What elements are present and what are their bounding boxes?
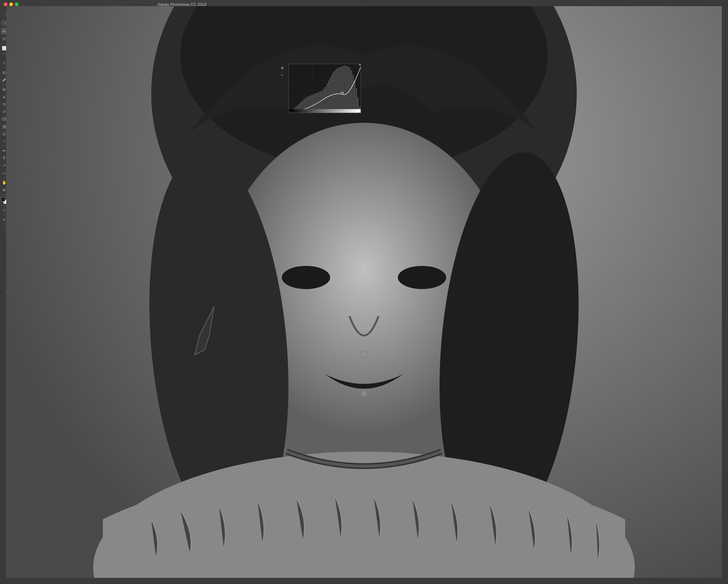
- traffic-lights: [4, 2, 19, 6]
- close-button[interactable]: [4, 2, 7, 6]
- curves-svg: [289, 64, 361, 113]
- svg-rect-54: [341, 67, 342, 113]
- curves-tools: ⊕ ✏: [279, 65, 285, 78]
- canvas-column: ‹: [9, 26, 278, 292]
- svg-rect-57: [346, 66, 347, 113]
- pencil-tool[interactable]: ✏: [279, 72, 285, 78]
- svg-rect-68: [289, 109, 361, 113]
- svg-rect-60: [351, 70, 352, 113]
- curves-graph-area: ⊕ ✏: [278, 62, 364, 114]
- minimize-button[interactable]: [9, 2, 13, 6]
- canvas-scroll-area: 33.33% Doc: 206.8M/206.8M ›: [13, 26, 274, 292]
- svg-rect-62: [354, 81, 355, 113]
- svg-rect-44: [325, 87, 326, 113]
- point-tool[interactable]: ⊕: [279, 65, 285, 71]
- svg-rect-49: [333, 72, 334, 113]
- canvas-image[interactable]: [13, 26, 274, 292]
- svg-rect-48: [331, 75, 333, 113]
- content-area: ✕ Untitled-1 @ 33.3% (Curves 1, Layer Ma…: [0, 20, 364, 292]
- svg-rect-52: [338, 68, 339, 113]
- foreground-color[interactable]: [1, 197, 5, 201]
- app-window: Adobe Photoshop CC 2019 ⌂ ✛ Auto-Select:…: [0, 0, 364, 292]
- svg-rect-61: [353, 75, 354, 113]
- svg-rect-51: [336, 69, 338, 113]
- canvas-main: ‹: [9, 26, 278, 292]
- svg-rect-56: [344, 66, 345, 113]
- canvas-portrait-svg: [13, 26, 274, 292]
- svg-rect-55: [343, 66, 344, 113]
- svg-rect-67: [341, 92, 343, 95]
- maximize-button[interactable]: [15, 2, 19, 6]
- svg-rect-53: [339, 67, 341, 113]
- svg-rect-58: [348, 67, 349, 113]
- svg-rect-45: [327, 84, 328, 113]
- curves-graph[interactable]: [289, 64, 361, 113]
- workspace: ✛ ⊡ ⬜ ⌒ ✧ ⊟ 💉 ⊕ 🖌 ⎘ ↺ ⌫ ▤ ◎ ○ ✒ T: [0, 26, 364, 292]
- svg-rect-50: [334, 70, 336, 113]
